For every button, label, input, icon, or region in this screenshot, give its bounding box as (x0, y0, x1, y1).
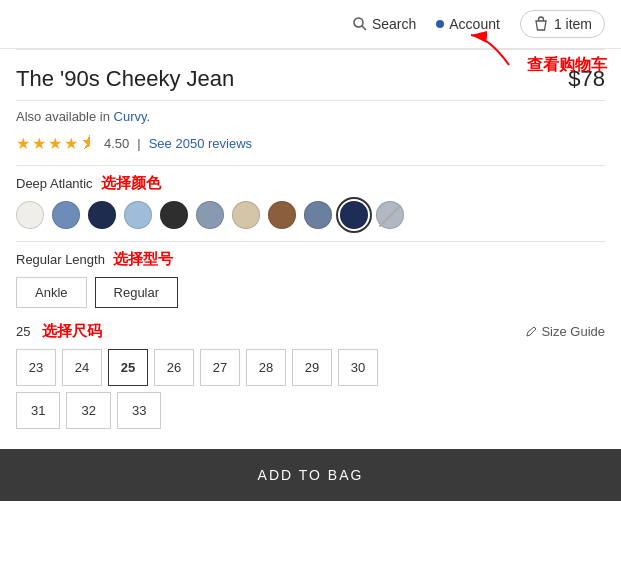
product-price: $78 (568, 66, 605, 92)
length-btn-regular[interactable]: Regular (95, 277, 179, 308)
color-swatch-blue-light[interactable] (52, 201, 80, 229)
color-swatch-navy[interactable] (88, 201, 116, 229)
pencil-icon (525, 326, 537, 338)
also-available: Also available in Curvy. (16, 109, 605, 124)
size-guide-link[interactable]: Size Guide (525, 324, 605, 339)
color-name-label: Deep Atlantic (16, 176, 93, 191)
search-icon (353, 17, 367, 31)
account-label: Account (449, 16, 500, 32)
rating-separator: | (137, 136, 140, 151)
color-swatch-grey-cross[interactable] (376, 201, 404, 229)
rating-value: 4.50 (104, 136, 129, 151)
star-rating: ★ ★ ★ ★ ⯨ (16, 134, 96, 153)
header: Search Account 1 item (0, 0, 621, 49)
size-grid-row1: 2324252627282930 (16, 349, 605, 386)
color-section-header: Deep Atlantic 选择颜色 (16, 174, 605, 193)
bag-button[interactable]: 1 item (520, 10, 605, 38)
color-swatches (16, 201, 605, 229)
reviews-link[interactable]: See 2050 reviews (149, 136, 252, 151)
add-to-bag-button[interactable]: ADD TO BAG (0, 449, 621, 501)
length-btn-ankle[interactable]: Ankle (16, 277, 87, 308)
size-btn-27[interactable]: 27 (200, 349, 240, 386)
color-swatch-brown[interactable] (268, 201, 296, 229)
svg-line-1 (362, 26, 366, 30)
size-grid-row2: 313233 (16, 392, 605, 429)
size-btn-25[interactable]: 25 (108, 349, 148, 386)
star-half: ⯨ (80, 134, 96, 153)
search-label: Search (372, 16, 416, 32)
color-swatch-dusk[interactable] (196, 201, 224, 229)
size-btn-30[interactable]: 30 (338, 349, 378, 386)
color-swatch-sky[interactable] (124, 201, 152, 229)
color-swatch-slate[interactable] (304, 201, 332, 229)
svg-point-0 (354, 18, 363, 27)
curvy-link[interactable]: Curvy. (114, 109, 151, 124)
size-btn-24[interactable]: 24 (62, 349, 102, 386)
search-button[interactable]: Search (353, 16, 416, 32)
star-2: ★ (32, 134, 46, 153)
size-btn-31[interactable]: 31 (16, 392, 60, 429)
also-available-prefix: Also available in (16, 109, 114, 124)
size-annotation: 选择尺码 (42, 322, 102, 341)
color-swatch-white[interactable] (16, 201, 44, 229)
bag-count-label: 1 item (554, 16, 592, 32)
account-button[interactable]: Account (436, 16, 500, 32)
bag-icon (533, 16, 549, 32)
product-header: The '90s Cheeky Jean $78 (16, 66, 605, 92)
size-btn-28[interactable]: 28 (246, 349, 286, 386)
color-annotation: 选择颜色 (101, 174, 161, 193)
color-swatch-charcoal[interactable] (160, 201, 188, 229)
star-3: ★ (48, 134, 62, 153)
size-type-annotation: 选择型号 (113, 250, 173, 269)
size-btn-26[interactable]: 26 (154, 349, 194, 386)
size-btn-23[interactable]: 23 (16, 349, 56, 386)
color-swatch-deep-atlantic[interactable] (340, 201, 368, 229)
size-btn-32[interactable]: 32 (66, 392, 110, 429)
selected-size-label: 25 (16, 324, 30, 339)
size-btn-29[interactable]: 29 (292, 349, 332, 386)
length-label: Regular Length (16, 252, 105, 267)
account-dot-icon (436, 20, 444, 28)
length-buttons: AnkleRegular (16, 277, 605, 308)
color-swatch-tan[interactable] (232, 201, 260, 229)
rating-row: ★ ★ ★ ★ ⯨ 4.50 | See 2050 reviews (16, 134, 605, 153)
size-guide-label: Size Guide (541, 324, 605, 339)
star-1: ★ (16, 134, 30, 153)
product-section: The '90s Cheeky Jean $78 Also available … (0, 50, 621, 429)
length-section-header: Regular Length 选择型号 (16, 250, 605, 269)
star-4: ★ (64, 134, 78, 153)
size-btn-33[interactable]: 33 (117, 392, 161, 429)
size-section-header: 25 选择尺码 Size Guide (16, 322, 605, 341)
product-title: The '90s Cheeky Jean (16, 66, 234, 92)
